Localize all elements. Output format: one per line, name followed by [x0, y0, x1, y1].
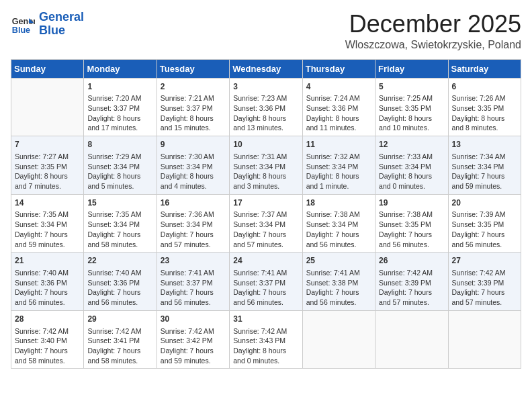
day-number: 15 — [87, 197, 152, 209]
logo-line2: Blue — [39, 24, 84, 38]
day-cell: 30Sunrise: 7:42 AM Sunset: 3:42 PM Dayli… — [157, 310, 229, 369]
day-cell: 26Sunrise: 7:42 AM Sunset: 3:39 PM Dayli… — [375, 253, 448, 311]
day-cell — [375, 310, 448, 369]
day-number: 5 — [379, 81, 444, 93]
day-cell: 22Sunrise: 7:40 AM Sunset: 3:36 PM Dayli… — [84, 253, 157, 311]
day-cell: 23Sunrise: 7:41 AM Sunset: 3:37 PM Dayli… — [157, 253, 229, 311]
header-row: SundayMondayTuesdayWednesdayThursdayFrid… — [11, 59, 521, 78]
day-cell: 9Sunrise: 7:30 AM Sunset: 3:34 PM Daylig… — [157, 136, 229, 195]
calendar-title: December 2025 — [345, 11, 521, 38]
day-cell: 6Sunrise: 7:26 AM Sunset: 3:35 PM Daylig… — [448, 78, 521, 136]
day-detail: Sunrise: 7:42 AM Sunset: 3:40 PM Dayligh… — [15, 326, 80, 366]
day-detail: Sunrise: 7:25 AM Sunset: 3:35 PM Dayligh… — [379, 93, 444, 133]
day-cell: 5Sunrise: 7:25 AM Sunset: 3:35 PM Daylig… — [375, 78, 448, 136]
day-number: 3 — [233, 81, 298, 93]
day-cell: 3Sunrise: 7:23 AM Sunset: 3:36 PM Daylig… — [230, 78, 302, 136]
week-row-5: 28Sunrise: 7:42 AM Sunset: 3:40 PM Dayli… — [11, 310, 521, 369]
day-cell: 16Sunrise: 7:36 AM Sunset: 3:34 PM Dayli… — [157, 194, 229, 253]
logo-icon: General Blue — [11, 12, 35, 36]
week-row-3: 14Sunrise: 7:35 AM Sunset: 3:34 PM Dayli… — [11, 194, 521, 253]
day-detail: Sunrise: 7:27 AM Sunset: 3:35 PM Dayligh… — [15, 152, 80, 191]
header-cell-monday: Monday — [84, 59, 157, 78]
header-cell-thursday: Thursday — [302, 59, 375, 78]
day-detail: Sunrise: 7:32 AM Sunset: 3:34 PM Dayligh… — [306, 152, 371, 191]
header-cell-sunday: Sunday — [11, 59, 84, 78]
day-cell: 29Sunrise: 7:42 AM Sunset: 3:41 PM Dayli… — [84, 310, 157, 369]
day-number: 20 — [452, 197, 517, 209]
calendar-table: SundayMondayTuesdayWednesdayThursdayFrid… — [11, 59, 521, 369]
day-number: 7 — [15, 139, 80, 150]
day-cell: 18Sunrise: 7:38 AM Sunset: 3:34 PM Dayli… — [302, 194, 375, 253]
day-number: 31 — [233, 314, 298, 325]
day-detail: Sunrise: 7:33 AM Sunset: 3:34 PM Dayligh… — [379, 152, 444, 191]
day-number: 12 — [379, 139, 444, 150]
day-cell: 31Sunrise: 7:42 AM Sunset: 3:43 PM Dayli… — [230, 310, 302, 369]
day-detail: Sunrise: 7:42 AM Sunset: 3:42 PM Dayligh… — [161, 326, 226, 366]
day-number: 19 — [379, 197, 444, 209]
day-number: 24 — [233, 255, 298, 267]
day-number: 23 — [161, 255, 226, 267]
day-number: 29 — [87, 314, 152, 325]
day-cell: 10Sunrise: 7:31 AM Sunset: 3:34 PM Dayli… — [230, 136, 302, 195]
day-number: 17 — [233, 197, 298, 209]
day-cell: 4Sunrise: 7:24 AM Sunset: 3:36 PM Daylig… — [302, 78, 375, 136]
day-cell: 20Sunrise: 7:39 AM Sunset: 3:35 PM Dayli… — [448, 194, 521, 253]
day-number: 14 — [15, 197, 80, 209]
svg-text:Blue: Blue — [12, 25, 30, 34]
day-cell: 8Sunrise: 7:29 AM Sunset: 3:34 PM Daylig… — [84, 136, 157, 195]
header-cell-wednesday: Wednesday — [230, 59, 302, 78]
day-detail: Sunrise: 7:42 AM Sunset: 3:43 PM Dayligh… — [233, 326, 298, 366]
day-number: 10 — [233, 139, 298, 150]
day-cell — [448, 310, 521, 369]
day-cell: 1Sunrise: 7:20 AM Sunset: 3:37 PM Daylig… — [84, 78, 157, 136]
day-detail: Sunrise: 7:26 AM Sunset: 3:35 PM Dayligh… — [452, 93, 517, 133]
day-number: 9 — [161, 139, 226, 150]
day-detail: Sunrise: 7:35 AM Sunset: 3:34 PM Dayligh… — [87, 210, 152, 249]
day-cell: 21Sunrise: 7:40 AM Sunset: 3:36 PM Dayli… — [11, 253, 84, 311]
day-number: 2 — [161, 81, 226, 93]
day-number: 8 — [87, 139, 152, 150]
day-cell: 14Sunrise: 7:35 AM Sunset: 3:34 PM Dayli… — [11, 194, 84, 253]
day-detail: Sunrise: 7:42 AM Sunset: 3:39 PM Dayligh… — [452, 268, 517, 308]
day-detail: Sunrise: 7:42 AM Sunset: 3:41 PM Dayligh… — [87, 326, 152, 366]
day-number: 25 — [306, 255, 371, 267]
week-row-2: 7Sunrise: 7:27 AM Sunset: 3:35 PM Daylig… — [11, 136, 521, 195]
day-number: 13 — [452, 139, 517, 150]
page-header: General Blue General Blue December 2025 … — [11, 11, 521, 51]
day-number: 28 — [15, 314, 80, 325]
day-cell: 15Sunrise: 7:35 AM Sunset: 3:34 PM Dayli… — [84, 194, 157, 253]
logo: General Blue General Blue — [11, 11, 84, 38]
day-number: 6 — [452, 81, 517, 93]
day-cell: 28Sunrise: 7:42 AM Sunset: 3:40 PM Dayli… — [11, 310, 84, 369]
day-detail: Sunrise: 7:30 AM Sunset: 3:34 PM Dayligh… — [161, 152, 226, 191]
day-cell — [11, 78, 84, 136]
week-row-4: 21Sunrise: 7:40 AM Sunset: 3:36 PM Dayli… — [11, 253, 521, 311]
day-cell — [302, 310, 375, 369]
day-number: 18 — [306, 197, 371, 209]
day-detail: Sunrise: 7:34 AM Sunset: 3:34 PM Dayligh… — [452, 152, 517, 191]
day-number: 26 — [379, 255, 444, 267]
day-detail: Sunrise: 7:36 AM Sunset: 3:34 PM Dayligh… — [161, 210, 226, 249]
day-detail: Sunrise: 7:39 AM Sunset: 3:35 PM Dayligh… — [452, 210, 517, 249]
day-cell: 17Sunrise: 7:37 AM Sunset: 3:34 PM Dayli… — [230, 194, 302, 253]
day-detail: Sunrise: 7:41 AM Sunset: 3:38 PM Dayligh… — [306, 268, 371, 308]
week-row-1: 1Sunrise: 7:20 AM Sunset: 3:37 PM Daylig… — [11, 78, 521, 136]
day-number: 4 — [306, 81, 371, 93]
logo-line1: General — [39, 11, 84, 24]
day-cell: 19Sunrise: 7:38 AM Sunset: 3:35 PM Dayli… — [375, 194, 448, 253]
day-cell: 24Sunrise: 7:41 AM Sunset: 3:37 PM Dayli… — [230, 253, 302, 311]
day-number: 27 — [452, 255, 517, 267]
day-detail: Sunrise: 7:29 AM Sunset: 3:34 PM Dayligh… — [87, 152, 152, 191]
day-cell: 25Sunrise: 7:41 AM Sunset: 3:38 PM Dayli… — [302, 253, 375, 311]
header-cell-saturday: Saturday — [448, 59, 521, 78]
title-area: December 2025 Wloszczowa, Swietokrzyskie… — [345, 11, 521, 51]
header-cell-tuesday: Tuesday — [157, 59, 229, 78]
day-cell: 12Sunrise: 7:33 AM Sunset: 3:34 PM Dayli… — [375, 136, 448, 195]
day-detail: Sunrise: 7:40 AM Sunset: 3:36 PM Dayligh… — [87, 268, 152, 308]
day-detail: Sunrise: 7:42 AM Sunset: 3:39 PM Dayligh… — [379, 268, 444, 308]
day-detail: Sunrise: 7:24 AM Sunset: 3:36 PM Dayligh… — [306, 93, 371, 133]
day-number: 16 — [161, 197, 226, 209]
day-detail: Sunrise: 7:31 AM Sunset: 3:34 PM Dayligh… — [233, 152, 298, 191]
calendar-subtitle: Wloszczowa, Swietokrzyskie, Poland — [345, 39, 521, 51]
day-detail: Sunrise: 7:41 AM Sunset: 3:37 PM Dayligh… — [233, 268, 298, 308]
